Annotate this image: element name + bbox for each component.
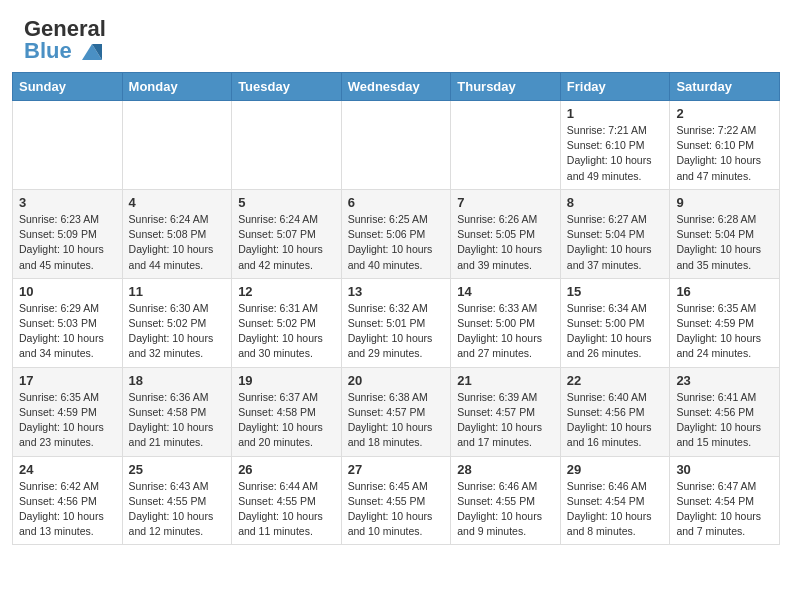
- day-header-thursday: Thursday: [451, 73, 561, 101]
- calendar-week-1: 3Sunrise: 6:23 AM Sunset: 5:09 PM Daylig…: [13, 189, 780, 278]
- calendar-cell: 29Sunrise: 6:46 AM Sunset: 4:54 PM Dayli…: [560, 456, 670, 545]
- calendar-cell: 13Sunrise: 6:32 AM Sunset: 5:01 PM Dayli…: [341, 278, 451, 367]
- logo: General Blue: [24, 18, 106, 62]
- calendar-cell: 4Sunrise: 6:24 AM Sunset: 5:08 PM Daylig…: [122, 189, 232, 278]
- calendar-cell: 30Sunrise: 6:47 AM Sunset: 4:54 PM Dayli…: [670, 456, 780, 545]
- day-number: 11: [129, 284, 226, 299]
- calendar-cell: 24Sunrise: 6:42 AM Sunset: 4:56 PM Dayli…: [13, 456, 123, 545]
- day-number: 2: [676, 106, 773, 121]
- day-number: 7: [457, 195, 554, 210]
- day-number: 19: [238, 373, 335, 388]
- day-info: Sunrise: 7:21 AM Sunset: 6:10 PM Dayligh…: [567, 123, 664, 184]
- calendar-cell: 11Sunrise: 6:30 AM Sunset: 5:02 PM Dayli…: [122, 278, 232, 367]
- day-number: 30: [676, 462, 773, 477]
- calendar-cell: 9Sunrise: 6:28 AM Sunset: 5:04 PM Daylig…: [670, 189, 780, 278]
- day-number: 21: [457, 373, 554, 388]
- day-number: 22: [567, 373, 664, 388]
- calendar-cell: [13, 101, 123, 190]
- calendar-cell: 15Sunrise: 6:34 AM Sunset: 5:00 PM Dayli…: [560, 278, 670, 367]
- day-number: 28: [457, 462, 554, 477]
- day-info: Sunrise: 7:22 AM Sunset: 6:10 PM Dayligh…: [676, 123, 773, 184]
- calendar-header-row: SundayMondayTuesdayWednesdayThursdayFrid…: [13, 73, 780, 101]
- day-info: Sunrise: 6:42 AM Sunset: 4:56 PM Dayligh…: [19, 479, 116, 540]
- calendar-cell: 22Sunrise: 6:40 AM Sunset: 4:56 PM Dayli…: [560, 367, 670, 456]
- calendar-cell: 21Sunrise: 6:39 AM Sunset: 4:57 PM Dayli…: [451, 367, 561, 456]
- logo-general: General: [24, 18, 106, 40]
- day-header-saturday: Saturday: [670, 73, 780, 101]
- day-number: 25: [129, 462, 226, 477]
- calendar-cell: 26Sunrise: 6:44 AM Sunset: 4:55 PM Dayli…: [232, 456, 342, 545]
- day-info: Sunrise: 6:33 AM Sunset: 5:00 PM Dayligh…: [457, 301, 554, 362]
- calendar-week-3: 17Sunrise: 6:35 AM Sunset: 4:59 PM Dayli…: [13, 367, 780, 456]
- day-info: Sunrise: 6:43 AM Sunset: 4:55 PM Dayligh…: [129, 479, 226, 540]
- day-info: Sunrise: 6:24 AM Sunset: 5:08 PM Dayligh…: [129, 212, 226, 273]
- calendar-cell: 7Sunrise: 6:26 AM Sunset: 5:05 PM Daylig…: [451, 189, 561, 278]
- calendar-cell: 23Sunrise: 6:41 AM Sunset: 4:56 PM Dayli…: [670, 367, 780, 456]
- day-number: 4: [129, 195, 226, 210]
- day-info: Sunrise: 6:38 AM Sunset: 4:57 PM Dayligh…: [348, 390, 445, 451]
- calendar-cell: 3Sunrise: 6:23 AM Sunset: 5:09 PM Daylig…: [13, 189, 123, 278]
- day-info: Sunrise: 6:41 AM Sunset: 4:56 PM Dayligh…: [676, 390, 773, 451]
- day-number: 17: [19, 373, 116, 388]
- calendar-cell: [122, 101, 232, 190]
- day-number: 27: [348, 462, 445, 477]
- logo-blue: Blue: [24, 40, 72, 62]
- day-number: 18: [129, 373, 226, 388]
- calendar-cell: [451, 101, 561, 190]
- calendar-cell: 1Sunrise: 7:21 AM Sunset: 6:10 PM Daylig…: [560, 101, 670, 190]
- calendar-cell: 10Sunrise: 6:29 AM Sunset: 5:03 PM Dayli…: [13, 278, 123, 367]
- calendar-cell: 20Sunrise: 6:38 AM Sunset: 4:57 PM Dayli…: [341, 367, 451, 456]
- day-number: 12: [238, 284, 335, 299]
- day-header-sunday: Sunday: [13, 73, 123, 101]
- day-number: 13: [348, 284, 445, 299]
- day-info: Sunrise: 6:44 AM Sunset: 4:55 PM Dayligh…: [238, 479, 335, 540]
- calendar-cell: [232, 101, 342, 190]
- day-info: Sunrise: 6:36 AM Sunset: 4:58 PM Dayligh…: [129, 390, 226, 451]
- day-number: 20: [348, 373, 445, 388]
- day-info: Sunrise: 6:32 AM Sunset: 5:01 PM Dayligh…: [348, 301, 445, 362]
- day-number: 8: [567, 195, 664, 210]
- calendar-cell: 25Sunrise: 6:43 AM Sunset: 4:55 PM Dayli…: [122, 456, 232, 545]
- calendar-cell: 27Sunrise: 6:45 AM Sunset: 4:55 PM Dayli…: [341, 456, 451, 545]
- calendar-table: SundayMondayTuesdayWednesdayThursdayFrid…: [12, 72, 780, 545]
- calendar-week-4: 24Sunrise: 6:42 AM Sunset: 4:56 PM Dayli…: [13, 456, 780, 545]
- day-info: Sunrise: 6:26 AM Sunset: 5:05 PM Dayligh…: [457, 212, 554, 273]
- calendar-cell: 5Sunrise: 6:24 AM Sunset: 5:07 PM Daylig…: [232, 189, 342, 278]
- day-info: Sunrise: 6:35 AM Sunset: 4:59 PM Dayligh…: [676, 301, 773, 362]
- day-info: Sunrise: 6:23 AM Sunset: 5:09 PM Dayligh…: [19, 212, 116, 273]
- day-number: 3: [19, 195, 116, 210]
- page-header: General Blue: [0, 0, 792, 72]
- calendar-cell: 18Sunrise: 6:36 AM Sunset: 4:58 PM Dayli…: [122, 367, 232, 456]
- calendar-cell: 17Sunrise: 6:35 AM Sunset: 4:59 PM Dayli…: [13, 367, 123, 456]
- day-number: 29: [567, 462, 664, 477]
- day-header-friday: Friday: [560, 73, 670, 101]
- day-header-wednesday: Wednesday: [341, 73, 451, 101]
- day-number: 1: [567, 106, 664, 121]
- day-number: 26: [238, 462, 335, 477]
- day-info: Sunrise: 6:39 AM Sunset: 4:57 PM Dayligh…: [457, 390, 554, 451]
- day-info: Sunrise: 6:27 AM Sunset: 5:04 PM Dayligh…: [567, 212, 664, 273]
- day-info: Sunrise: 6:46 AM Sunset: 4:54 PM Dayligh…: [567, 479, 664, 540]
- day-number: 5: [238, 195, 335, 210]
- day-number: 16: [676, 284, 773, 299]
- calendar-cell: 8Sunrise: 6:27 AM Sunset: 5:04 PM Daylig…: [560, 189, 670, 278]
- day-number: 24: [19, 462, 116, 477]
- day-info: Sunrise: 6:47 AM Sunset: 4:54 PM Dayligh…: [676, 479, 773, 540]
- day-info: Sunrise: 6:25 AM Sunset: 5:06 PM Dayligh…: [348, 212, 445, 273]
- calendar-cell: 19Sunrise: 6:37 AM Sunset: 4:58 PM Dayli…: [232, 367, 342, 456]
- day-number: 9: [676, 195, 773, 210]
- calendar-cell: 2Sunrise: 7:22 AM Sunset: 6:10 PM Daylig…: [670, 101, 780, 190]
- calendar-cell: 28Sunrise: 6:46 AM Sunset: 4:55 PM Dayli…: [451, 456, 561, 545]
- day-info: Sunrise: 6:37 AM Sunset: 4:58 PM Dayligh…: [238, 390, 335, 451]
- calendar-week-2: 10Sunrise: 6:29 AM Sunset: 5:03 PM Dayli…: [13, 278, 780, 367]
- calendar-cell: 14Sunrise: 6:33 AM Sunset: 5:00 PM Dayli…: [451, 278, 561, 367]
- day-number: 14: [457, 284, 554, 299]
- calendar-cell: 16Sunrise: 6:35 AM Sunset: 4:59 PM Dayli…: [670, 278, 780, 367]
- day-info: Sunrise: 6:30 AM Sunset: 5:02 PM Dayligh…: [129, 301, 226, 362]
- calendar-cell: [341, 101, 451, 190]
- calendar-cell: 6Sunrise: 6:25 AM Sunset: 5:06 PM Daylig…: [341, 189, 451, 278]
- day-number: 10: [19, 284, 116, 299]
- calendar-container: SundayMondayTuesdayWednesdayThursdayFrid…: [0, 72, 792, 557]
- day-info: Sunrise: 6:24 AM Sunset: 5:07 PM Dayligh…: [238, 212, 335, 273]
- day-number: 15: [567, 284, 664, 299]
